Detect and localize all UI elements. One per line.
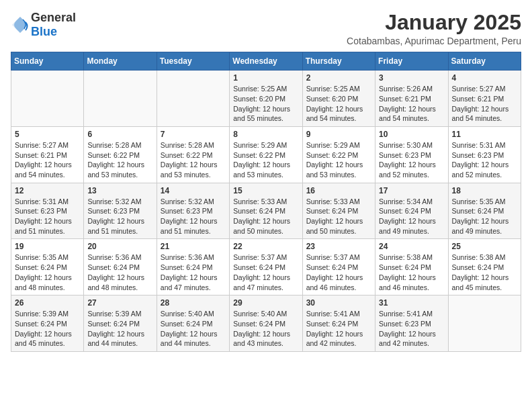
sunset-info: Sunset: 6:23 PM — [379, 320, 431, 328]
daylight-hours: Daylight: 12 hours — [379, 161, 436, 169]
logo-text: General Blue — [31, 11, 76, 39]
daylight-hours: Daylight: 12 hours — [15, 217, 72, 225]
day-number: 12 — [15, 186, 80, 195]
day-info-continuation: and 46 minutes. — [379, 283, 429, 291]
table-row: 15Sunrise: 5:33 AMSunset: 6:24 PMDayligh… — [230, 183, 302, 239]
sunrise-info: Sunrise: 5:40 AM — [233, 310, 287, 318]
table-row: 8Sunrise: 5:29 AMSunset: 6:22 PMDaylight… — [230, 126, 302, 183]
sunrise-info: Sunrise: 5:41 AM — [306, 310, 360, 318]
day-number: 29 — [233, 298, 298, 308]
sunset-info: Sunset: 6:23 PM — [452, 151, 504, 159]
header-friday: Friday — [375, 52, 448, 71]
sunset-info: Sunset: 6:24 PM — [379, 207, 431, 215]
table-row: 3Sunrise: 5:26 AMSunset: 6:21 PMDaylight… — [375, 71, 448, 127]
day-number: 20 — [87, 242, 152, 251]
sunrise-info: Sunrise: 5:25 AM — [306, 85, 360, 93]
day-info: Sunrise: 5:32 AMSunset: 6:23 PMDaylight:… — [87, 197, 152, 236]
day-info-continuation: and 55 minutes. — [233, 114, 283, 122]
day-info-continuation: and 53 minutes. — [161, 171, 211, 179]
day-number: 31 — [379, 298, 444, 308]
sunset-info: Sunset: 6:24 PM — [87, 263, 140, 271]
sunrise-info: Sunrise: 5:33 AM — [233, 197, 287, 205]
day-number: 16 — [306, 186, 371, 195]
day-info-continuation: and 42 minutes. — [379, 339, 429, 347]
table-row: 10Sunrise: 5:30 AMSunset: 6:23 PMDayligh… — [375, 126, 448, 183]
sunrise-info: Sunrise: 5:29 AM — [233, 141, 287, 149]
table-row: 19Sunrise: 5:35 AMSunset: 6:24 PMDayligh… — [11, 239, 84, 295]
sunrise-info: Sunrise: 5:32 AM — [87, 197, 141, 205]
day-info-continuation: and 45 minutes. — [15, 339, 65, 347]
day-number: 18 — [452, 186, 517, 195]
table-row: 18Sunrise: 5:35 AMSunset: 6:24 PMDayligh… — [448, 183, 521, 239]
day-number: 24 — [379, 242, 444, 251]
day-info-continuation: and 46 minutes. — [306, 283, 357, 291]
day-info: Sunrise: 5:37 AMSunset: 6:24 PMDaylight:… — [233, 253, 298, 292]
day-info: Sunrise: 5:40 AMSunset: 6:24 PMDaylight:… — [161, 309, 226, 349]
day-info: Sunrise: 5:41 AMSunset: 6:24 PMDaylight:… — [306, 309, 371, 349]
header-monday: Monday — [84, 52, 157, 71]
sunrise-info: Sunrise: 5:26 AM — [379, 85, 433, 93]
day-info-continuation: and 54 minutes. — [452, 114, 502, 122]
daylight-hours: Daylight: 12 hours — [379, 217, 436, 225]
sunset-info: Sunset: 6:24 PM — [15, 263, 67, 271]
day-info: Sunrise: 5:25 AMSunset: 6:20 PMDaylight:… — [306, 84, 371, 124]
day-info: Sunrise: 5:33 AMSunset: 6:24 PMDaylight:… — [306, 197, 371, 236]
logo: General Blue — [11, 11, 76, 39]
subtitle: Cotabambas, Apurimac Department, Peru — [347, 36, 521, 46]
daylight-hours: Daylight: 12 hours — [233, 161, 290, 169]
day-info-continuation: and 50 minutes. — [306, 227, 357, 235]
day-info: Sunrise: 5:38 AMSunset: 6:24 PMDaylight:… — [452, 253, 517, 292]
day-number: 30 — [306, 298, 371, 308]
daylight-hours: Daylight: 12 hours — [452, 217, 509, 225]
day-info: Sunrise: 5:25 AMSunset: 6:20 PMDaylight:… — [233, 84, 298, 124]
day-info: Sunrise: 5:34 AMSunset: 6:24 PMDaylight:… — [379, 197, 444, 236]
daylight-hours: Daylight: 12 hours — [161, 273, 218, 281]
day-number: 10 — [379, 130, 444, 139]
sunset-info: Sunset: 6:20 PM — [233, 95, 285, 103]
day-number: 5 — [15, 130, 80, 139]
table-row: 11Sunrise: 5:31 AMSunset: 6:23 PMDayligh… — [448, 126, 521, 183]
sunset-info: Sunset: 6:24 PM — [379, 263, 431, 271]
table-row: 21Sunrise: 5:36 AMSunset: 6:24 PMDayligh… — [157, 239, 229, 295]
daylight-hours: Daylight: 12 hours — [306, 161, 363, 169]
table-row — [84, 71, 157, 127]
daylight-hours: Daylight: 12 hours — [306, 105, 363, 113]
sunset-info: Sunset: 6:24 PM — [306, 207, 359, 215]
table-row: 2Sunrise: 5:25 AMSunset: 6:20 PMDaylight… — [302, 71, 375, 127]
sunrise-info: Sunrise: 5:41 AM — [379, 310, 433, 318]
day-number: 13 — [87, 186, 152, 195]
sunrise-info: Sunrise: 5:35 AM — [15, 253, 69, 261]
day-number: 21 — [161, 242, 226, 251]
table-row — [157, 71, 229, 127]
day-info: Sunrise: 5:33 AMSunset: 6:24 PMDaylight:… — [233, 197, 298, 236]
sunset-info: Sunset: 6:24 PM — [233, 263, 285, 271]
header-tuesday: Tuesday — [157, 52, 229, 71]
sunset-info: Sunset: 6:24 PM — [452, 207, 504, 215]
day-number: 11 — [452, 130, 517, 139]
day-number: 26 — [15, 298, 80, 308]
sunrise-info: Sunrise: 5:39 AM — [15, 310, 69, 318]
sunrise-info: Sunrise: 5:32 AM — [161, 197, 214, 205]
sunset-info: Sunset: 6:22 PM — [306, 151, 359, 159]
sunrise-info: Sunrise: 5:37 AM — [233, 253, 287, 261]
daylight-hours: Daylight: 12 hours — [306, 273, 363, 281]
day-info: Sunrise: 5:27 AMSunset: 6:21 PMDaylight:… — [452, 84, 517, 124]
daylight-hours: Daylight: 12 hours — [233, 330, 290, 338]
table-row: 23Sunrise: 5:37 AMSunset: 6:24 PMDayligh… — [302, 239, 375, 295]
day-number: 6 — [87, 130, 152, 139]
table-row: 20Sunrise: 5:36 AMSunset: 6:24 PMDayligh… — [84, 239, 157, 295]
sunset-info: Sunset: 6:23 PM — [379, 151, 431, 159]
table-row — [448, 295, 521, 352]
day-info: Sunrise: 5:40 AMSunset: 6:24 PMDaylight:… — [233, 309, 298, 349]
day-info-continuation: and 49 minutes. — [452, 227, 502, 235]
day-info: Sunrise: 5:31 AMSunset: 6:23 PMDaylight:… — [452, 140, 517, 180]
sunset-info: Sunset: 6:24 PM — [233, 320, 285, 328]
sunset-info: Sunset: 6:24 PM — [161, 320, 213, 328]
daylight-hours: Daylight: 12 hours — [87, 217, 144, 225]
day-number: 8 — [233, 130, 298, 139]
sunrise-info: Sunrise: 5:27 AM — [452, 85, 506, 93]
day-info-continuation: and 53 minutes. — [87, 171, 138, 179]
table-row: 13Sunrise: 5:32 AMSunset: 6:23 PMDayligh… — [84, 183, 157, 239]
table-row: 25Sunrise: 5:38 AMSunset: 6:24 PMDayligh… — [448, 239, 521, 295]
day-number: 28 — [161, 298, 226, 308]
